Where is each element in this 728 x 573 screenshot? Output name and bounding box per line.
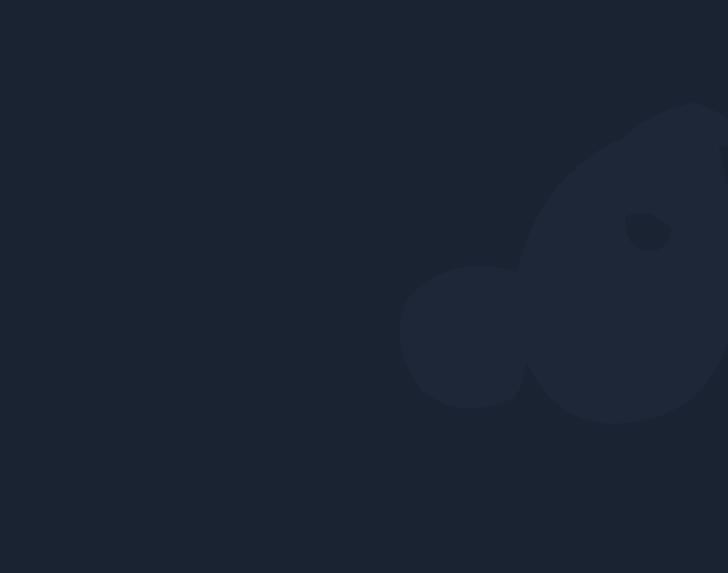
- terminal-area[interactable]: [0, 0, 728, 80]
- kali-dragon-logo: [317, 46, 728, 502]
